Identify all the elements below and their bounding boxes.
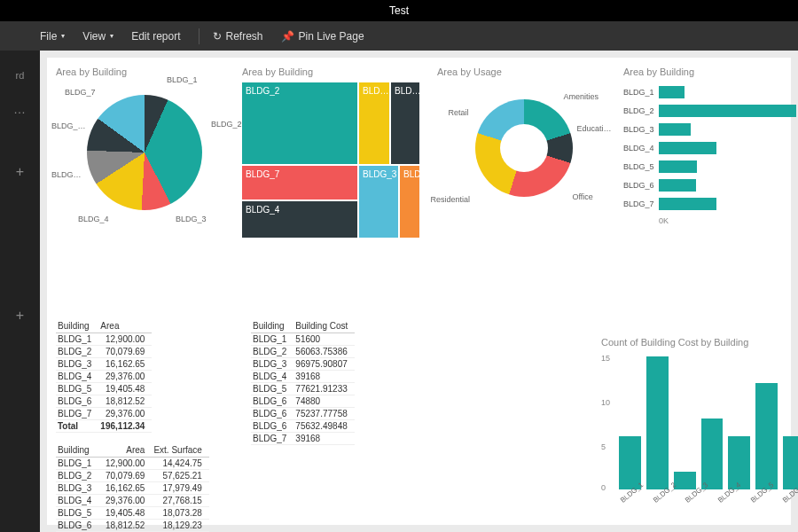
plus-icon[interactable]: +: [16, 164, 24, 180]
ellipsis-icon[interactable]: …: [13, 102, 27, 116]
hbar-label: BLDG_2: [623, 106, 659, 115]
sidebar: rd … + +: [0, 51, 40, 532]
column-chart-viz[interactable]: Count of Building Cost by Building 15 10…: [601, 337, 798, 532]
refresh-button[interactable]: ↻ Refresh: [213, 30, 263, 43]
col-header: Building Cost: [293, 319, 355, 333]
col-header: Area: [98, 319, 152, 333]
hbar-chart-viz[interactable]: Area by Building BLDG_1BLDG_2BLDG_3BLDG_…: [623, 66, 796, 297]
table-row: BLDG_675237.77758: [251, 408, 355, 420]
chevron-down-icon: ▾: [61, 32, 65, 40]
viz-title: Area by Building: [56, 66, 233, 77]
treemap-cell: BLDG_3: [359, 166, 398, 238]
table-row: BLDG_270,079.6957,625.21: [56, 470, 209, 482]
column-bar: [701, 419, 724, 489]
data-table: Building Area Ext. Surface BLDG_112,900.…: [56, 443, 209, 532]
treemap-cell: BLDG_4: [242, 201, 357, 238]
hbar-label: BLDG_1: [623, 88, 659, 97]
hbar-label: BLDG_3: [623, 125, 659, 134]
donut-chart: Amenities Educati… Office Residential Re…: [475, 99, 573, 197]
table-row: BLDG_577621.91233: [251, 383, 355, 395]
table-row: BLDG_618,812.52: [56, 395, 152, 408]
table-row: BLDG_519,405.4818,073.28: [56, 507, 209, 520]
treemap-cell: BLDG_7: [242, 166, 357, 200]
table-row: BLDG_396975.90807: [251, 358, 355, 371]
table-row: BLDG_674880: [251, 395, 355, 408]
donut-label: Educati…: [577, 124, 612, 133]
hbar-fill: [659, 160, 697, 173]
pie-label: BLDG_2: [211, 120, 242, 129]
y-tick: 5: [601, 442, 606, 451]
column-bar: [646, 356, 669, 489]
table-row: BLDG_270,079.69: [56, 346, 152, 358]
pie-slice: [87, 95, 202, 210]
table-row: BLDG_151600: [251, 333, 355, 346]
hbar-row: BLDG_3: [623, 123, 796, 136]
hbar-container: BLDG_1BLDG_2BLDG_3BLDG_4BLDG_5BLDG_6BLDG…: [623, 86, 796, 210]
canvas-wrapper: Area by Building BLDG_1 BLDG_2 BLDG_3 BL…: [40, 51, 798, 532]
pie-label: BLDG…: [51, 170, 82, 179]
table-cost-viz[interactable]: Building Building Cost BLDG_151600BLDG_2…: [251, 319, 428, 445]
y-tick: 15: [601, 354, 610, 363]
treemap-cell: BLD…: [359, 82, 389, 164]
column-bar: [783, 436, 798, 489]
table-row: BLDG_439168: [251, 371, 355, 383]
axis-label: 0K: [659, 216, 796, 225]
table-total-row: Total196,112.34: [56, 420, 152, 433]
pie-label: BLDG_…: [51, 121, 86, 130]
donut-label: Retail: [449, 108, 469, 117]
hbar-label: BLDG_6: [623, 181, 659, 190]
window-titlebar: Test: [0, 0, 798, 21]
sidebar-item[interactable]: rd: [16, 70, 25, 81]
treemap-cell: BLDG_2: [242, 82, 357, 164]
table-row: BLDG_256063.75386: [251, 346, 355, 358]
hbar-row: BLDG_2: [623, 105, 796, 117]
donut-label: Office: [573, 192, 593, 201]
treemap-viz[interactable]: Area by Building BLDG_2 BLD… BLD… BLDG_7…: [242, 66, 419, 297]
column-bar: [728, 436, 750, 489]
viz-title: Area by Building: [623, 66, 796, 77]
treemap: BLDG_2 BLD… BLD… BLDG_7 BLDG_4 BLDG_3 BL…: [242, 82, 419, 238]
y-tick: 10: [601, 398, 610, 407]
table-area-viz[interactable]: Building Area BLDG_112,900.00BLDG_270,07…: [56, 319, 233, 433]
y-tick: 0: [601, 483, 606, 492]
pie-chart-viz[interactable]: Area by Building BLDG_1 BLDG_2 BLDG_3 BL…: [56, 66, 233, 297]
file-menu[interactable]: File ▾: [40, 30, 65, 43]
refresh-icon: ↻: [213, 30, 222, 43]
data-table: Building Building Cost BLDG_151600BLDG_2…: [251, 319, 355, 445]
col-header: Building: [251, 319, 293, 333]
hbar-row: BLDG_5: [623, 160, 796, 173]
toolbar: File ▾ View ▾ Edit report ↻ Refresh 📌 Pi…: [0, 21, 798, 51]
table-row: BLDG_675632.49848: [251, 420, 355, 433]
hbar-fill: [659, 198, 716, 210]
chevron-down-icon: ▾: [110, 32, 113, 40]
report-title: Test: [389, 4, 409, 17]
report-canvas[interactable]: Area by Building BLDG_1 BLDG_2 BLDG_3 BL…: [47, 58, 791, 525]
pin-icon: 📌: [281, 30, 294, 43]
table-row: BLDG_429,376.0027,768.15: [56, 495, 209, 507]
column-labels: BLDG_1BLDG_2BLDG_3BLDG_4BLDG_5BLDG_6BLDG…: [601, 489, 798, 506]
donut-label: Amenities: [564, 92, 599, 101]
hbar-fill: [659, 105, 796, 117]
pin-button[interactable]: 📌 Pin Live Page: [281, 30, 364, 43]
pie-label: BLDG_4: [78, 215, 109, 223]
separator: [199, 28, 200, 44]
main-area: rd … + + Area by Building BLDG_1 BLDG_2 …: [0, 51, 798, 532]
column-bar: [755, 383, 778, 489]
table-row: BLDG_519,405.48: [56, 383, 152, 395]
table-row: BLDG_316,162.6517,979.49: [56, 482, 209, 495]
table-row: BLDG_618,812.5218,129.23: [56, 520, 209, 532]
treemap-cell: BLD…: [400, 166, 419, 238]
viz-title: Area by Building: [242, 66, 419, 77]
pie-label: BLDG_7: [65, 88, 96, 97]
treemap-cell: BLD…: [391, 82, 419, 164]
hbar-row: BLDG_6: [623, 179, 796, 192]
edit-report-button[interactable]: Edit report: [131, 30, 180, 43]
plus-icon[interactable]: +: [16, 308, 24, 324]
view-menu[interactable]: View ▾: [82, 30, 113, 43]
hbar-fill: [659, 179, 696, 192]
pie-label: BLDG_1: [167, 75, 198, 84]
table-surface-viz[interactable]: Building Area Ext. Surface BLDG_112,900.…: [56, 443, 295, 532]
hbar-label: BLDG_5: [623, 162, 659, 171]
col-header: Ext. Surface: [152, 443, 208, 458]
donut-chart-viz[interactable]: Area by Usage Amenities Educati… Office …: [437, 66, 610, 297]
